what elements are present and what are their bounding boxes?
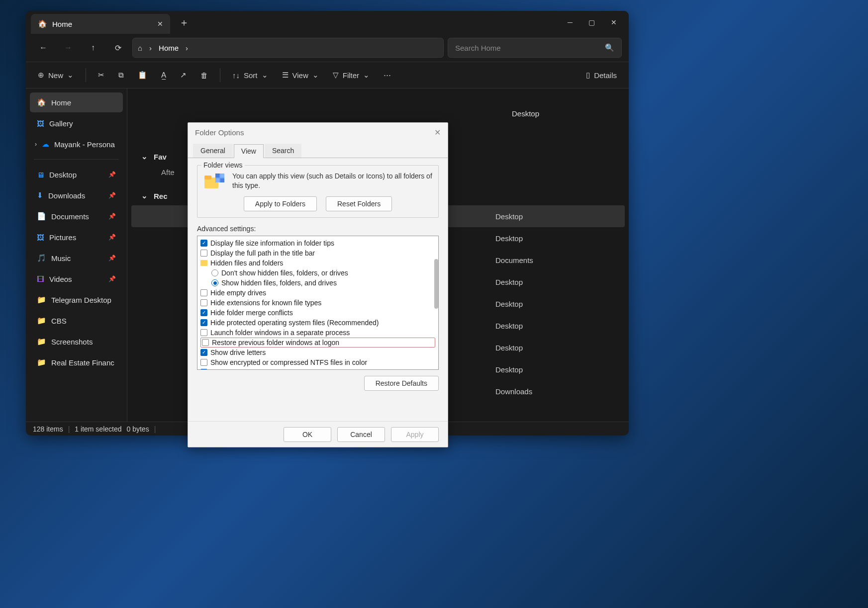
folder-icon: 📁 (37, 337, 46, 346)
close-window-button[interactable]: ✕ (611, 18, 617, 26)
tab-home[interactable]: 🏠 Home ✕ (31, 14, 170, 34)
folder-views-text: You can apply this view (such as Details… (232, 172, 432, 191)
forward-button[interactable]: → (58, 38, 79, 58)
delete-button[interactable]: 🗑 (195, 65, 213, 85)
sidebar-item-pictures[interactable]: 🖼Pictures📌 (30, 227, 123, 247)
sidebar-item-gallery[interactable]: 🖼Gallery (30, 113, 123, 133)
sidebar-item-videos[interactable]: 🎞Videos📌 (30, 269, 123, 289)
breadcrumb[interactable]: ⌂ › Home › (132, 38, 444, 58)
adv-item-restore-windows[interactable]: Restore previous folder windows at logon (200, 338, 435, 347)
dialog-close-button[interactable]: ✕ (434, 128, 441, 137)
sidebar-item-home[interactable]: 🏠Home (30, 92, 123, 112)
checkbox-icon: ✓ (200, 319, 207, 326)
adv-item-hide-extensions[interactable]: Hide extensions for known file types (200, 298, 435, 308)
checkbox-icon: ✓ (200, 369, 207, 370)
tab-general[interactable]: General (193, 144, 233, 158)
sidebar-item-cbs[interactable]: 📁CBS (30, 311, 123, 331)
sidebar-item-screenshots[interactable]: 📁Screenshots (30, 332, 123, 351)
up-button[interactable]: ↑ (83, 38, 103, 58)
checkbox-icon: ✓ (200, 349, 207, 356)
restore-defaults-button[interactable]: Restore Defaults (364, 376, 439, 391)
item-count: 128 items (33, 425, 63, 433)
window-controls: ─ ▢ ✕ (568, 18, 629, 26)
checkbox-icon: ✓ (200, 309, 207, 316)
file-location: Desktop (446, 365, 615, 374)
checkbox-icon: ✓ (200, 240, 207, 247)
file-location: Desktop (446, 300, 615, 308)
cloud-icon: ☁ (42, 140, 49, 149)
adv-item-hide-empty[interactable]: Hide empty drives (200, 288, 435, 298)
sidebar-item-onedrive[interactable]: ›☁Mayank - Persona (30, 134, 123, 154)
file-location: Desktop (446, 234, 615, 243)
minimize-button[interactable]: ─ (568, 18, 573, 26)
filter-button[interactable]: ▽ Filter ⌄ (328, 65, 375, 85)
tab-title: Home (52, 20, 72, 28)
pin-icon: 📌 (108, 255, 116, 261)
new-tab-button[interactable]: ＋ (170, 16, 198, 29)
svg-rect-5 (215, 178, 219, 182)
gallery-icon: 🖼 (37, 119, 44, 128)
new-button[interactable]: ⊕ New ⌄ (33, 65, 79, 85)
sidebar-item-music[interactable]: 🎵Music📌 (30, 248, 123, 268)
svg-rect-4 (220, 174, 224, 177)
maximize-button[interactable]: ▢ (588, 18, 595, 26)
copy-button[interactable]: ⧉ (113, 65, 129, 85)
advanced-settings-label: Advanced settings: (197, 225, 439, 233)
reset-folders-button[interactable]: Reset Folders (326, 196, 392, 211)
desktop-folder-label[interactable]: Desktop (512, 109, 539, 118)
divider (34, 159, 119, 160)
folder-options-dialog: Folder Options ✕ General View Search Fol… (188, 122, 448, 447)
details-toggle[interactable]: ▯ Details (581, 65, 622, 85)
toolbar: ⊕ New ⌄ ✂ ⧉ 📋 A̲ ↗ 🗑 ↑↓ Sort ⌄ ☰ View ⌄ … (26, 62, 629, 88)
close-tab-icon[interactable]: ✕ (157, 20, 163, 28)
search-input[interactable]: Search Home 🔍 (448, 38, 622, 58)
file-location: Desktop (446, 212, 615, 221)
advanced-settings-list[interactable]: ✓Display file size information in folder… (197, 236, 439, 370)
adv-item-drive-letters[interactable]: ✓Show drive letters (200, 347, 435, 357)
more-button[interactable]: ⋯ (379, 65, 396, 85)
tab-view[interactable]: View (234, 144, 264, 158)
apply-button[interactable]: Apply (391, 427, 439, 442)
adv-item-ntfs-color[interactable]: Show encrypted or compressed NTFS files … (200, 357, 435, 367)
adv-item-separate-process[interactable]: Launch folder windows in a separate proc… (200, 328, 435, 338)
rename-button[interactable]: A̲ (156, 65, 171, 85)
cut-button[interactable]: ✂ (93, 65, 109, 85)
dialog-tabstrip: General View Search (188, 144, 448, 158)
adv-item-popup-desc[interactable]: ✓Show pop-up description for folder and … (200, 367, 435, 370)
checkbox-icon (200, 359, 207, 366)
share-button[interactable]: ↗ (175, 65, 192, 85)
tab-search[interactable]: Search (265, 144, 301, 158)
refresh-button[interactable]: ⟳ (107, 38, 128, 58)
sidebar-item-desktop[interactable]: 🖥Desktop📌 (30, 165, 123, 184)
adv-item-dont-show-hidden[interactable]: Don't show hidden files, folders, or dri… (211, 268, 435, 278)
ok-button[interactable]: OK (284, 427, 331, 442)
document-icon: 📄 (37, 212, 46, 221)
folder-views-legend: Folder views (201, 161, 245, 169)
dialog-titlebar[interactable]: Folder Options ✕ (188, 123, 448, 142)
folder-views-group: Folder views You can apply this view (su… (197, 165, 439, 218)
view-button[interactable]: ☰ View ⌄ (277, 65, 324, 85)
sidebar-item-downloads[interactable]: ⬇Downloads📌 (30, 185, 123, 205)
cancel-button[interactable]: Cancel (337, 427, 385, 442)
adv-item-fullpath[interactable]: Display the full path in the title bar (200, 248, 435, 258)
dialog-body: Folder views You can apply this view (su… (188, 158, 448, 421)
chevron-down-icon: ⌄ (141, 152, 148, 161)
adv-item-merge-conflicts[interactable]: ✓Hide folder merge conflicts (200, 308, 435, 318)
search-placeholder: Search Home (455, 44, 501, 52)
sort-button[interactable]: ↑↓ Sort ⌄ (227, 65, 273, 85)
folder-icon: 📁 (37, 358, 46, 367)
adv-item-hidden-group: Hidden files and folders (200, 258, 435, 268)
apply-to-folders-button[interactable]: Apply to Folders (244, 196, 317, 211)
search-icon: 🔍 (605, 43, 614, 52)
adv-item-filesize-tips[interactable]: ✓Display file size information in folder… (200, 238, 435, 248)
sidebar-item-telegram[interactable]: 📁Telegram Desktop (30, 290, 123, 310)
sidebar-item-realestate[interactable]: 📁Real Estate Financ (30, 352, 123, 372)
scrollbar[interactable] (434, 259, 438, 309)
paste-button[interactable]: 📋 (133, 65, 152, 85)
folder-icon: 📁 (37, 316, 46, 325)
adv-item-show-hidden[interactable]: Show hidden files, folders, and drives (211, 278, 435, 288)
adv-item-hide-os-files[interactable]: ✓Hide protected operating system files (… (200, 318, 435, 328)
back-button[interactable]: ← (33, 38, 54, 58)
sidebar-item-documents[interactable]: 📄Documents📌 (30, 206, 123, 226)
address-bar: ← → ↑ ⟳ ⌂ › Home › Search Home 🔍 (26, 34, 629, 62)
